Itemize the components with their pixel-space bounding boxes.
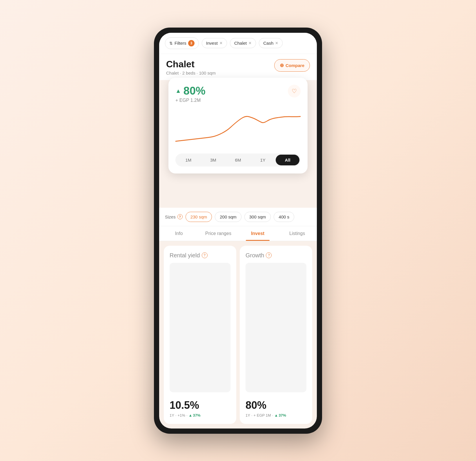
- property-title: Chalet: [166, 59, 216, 69]
- tab-6m[interactable]: 6M: [226, 155, 250, 165]
- chart-percent-value: 80%: [184, 85, 206, 97]
- chart-area: [175, 106, 301, 150]
- chip-chalet-close[interactable]: ✕: [248, 41, 252, 45]
- tab-1m[interactable]: 1M: [177, 155, 200, 165]
- size-chip-400[interactable]: 400 s: [274, 212, 294, 222]
- growth-value: 80%: [246, 399, 306, 411]
- growth-card: Growth ? 80% 1Y · + EGP 1M · ▲ 37%: [240, 246, 312, 424]
- chart-subtitle: + EGP 1.2M: [175, 98, 206, 103]
- chip-cash-close[interactable]: ✕: [275, 41, 278, 45]
- size-chip-300[interactable]: 300 sqm: [244, 212, 271, 222]
- rental-yield-up-icon: ▲: [189, 413, 192, 417]
- compare-plus-icon: ⊕: [280, 62, 284, 68]
- heart-icon: ♡: [292, 88, 297, 95]
- growth-up-icon: ▲: [274, 413, 278, 417]
- trend-up-icon: ▲: [175, 88, 181, 94]
- price-chart-svg: [175, 106, 301, 150]
- filters-label: Filters: [175, 41, 186, 46]
- tab-all[interactable]: All: [276, 155, 299, 165]
- property-header: Chalet Chalet · 2 beds · 100 sqm ⊕ Compa…: [159, 54, 317, 80]
- cards-row: Rental yield ? 10.5% 1Y · +1% · ▲ 37%: [159, 241, 317, 429]
- phone-frame: ⇅ Filters 3 Invest ✕ Chalet ✕ Cash ✕ Cha…: [154, 28, 322, 434]
- chart-stats: ▲ 80% + EGP 1.2M: [175, 85, 206, 103]
- chart-card: ▲ 80% + EGP 1.2M ♡ 1M 3M 6M: [168, 78, 308, 173]
- growth-info-icon[interactable]: ?: [266, 252, 272, 258]
- compare-label: Compare: [286, 63, 304, 68]
- growth-title: Growth ?: [246, 252, 306, 259]
- chip-cash-label: Cash: [263, 41, 273, 46]
- chart-percent: ▲ 80%: [175, 85, 206, 97]
- compare-button[interactable]: ⊕ Compare: [274, 59, 310, 72]
- filters-button[interactable]: ⇅ Filters 3: [165, 37, 199, 49]
- chart-header: ▲ 80% + EGP 1.2M ♡: [175, 85, 301, 103]
- phone-screen: ⇅ Filters 3 Invest ✕ Chalet ✕ Cash ✕ Cha…: [159, 33, 317, 429]
- chip-invest[interactable]: Invest ✕: [202, 38, 227, 48]
- filter-bar: ⇅ Filters 3 Invest ✕ Chalet ✕ Cash ✕: [159, 33, 317, 54]
- below-chart: Sizes ? 230 sqm 200 sqm 300 sqm 400 s In…: [159, 208, 317, 429]
- chip-chalet-label: Chalet: [234, 41, 247, 46]
- rental-yield-value: 10.5%: [170, 399, 230, 411]
- growth-meta: 1Y · + EGP 1M · ▲ 37%: [246, 413, 306, 417]
- chip-invest-label: Invest: [206, 41, 218, 46]
- tab-listings[interactable]: Listings: [277, 226, 317, 241]
- chip-cash[interactable]: Cash ✕: [259, 38, 283, 48]
- rental-yield-title: Rental yield ?: [170, 252, 230, 259]
- growth-chart-placeholder: [246, 263, 306, 392]
- growth-pct: ▲ 37%: [274, 413, 286, 417]
- nav-tabs: Info Price ranges Invest Listings: [159, 226, 317, 241]
- tab-1y[interactable]: 1Y: [251, 155, 275, 165]
- tab-info[interactable]: Info: [159, 226, 199, 241]
- sizes-label: Sizes ?: [165, 214, 183, 219]
- chip-invest-close[interactable]: ✕: [219, 41, 223, 45]
- rental-yield-pct: ▲ 37%: [189, 413, 201, 417]
- rental-yield-chart-placeholder: [170, 263, 230, 392]
- size-chip-200[interactable]: 200 sqm: [215, 212, 241, 222]
- sizes-info-icon[interactable]: ?: [177, 214, 183, 219]
- property-info: Chalet Chalet · 2 beds · 100 sqm: [166, 59, 216, 75]
- tab-price-ranges[interactable]: Price ranges: [199, 226, 238, 241]
- tab-3m[interactable]: 3M: [201, 155, 225, 165]
- filter-icon: ⇅: [169, 41, 173, 46]
- rental-yield-card: Rental yield ? 10.5% 1Y · +1% · ▲ 37%: [164, 246, 236, 424]
- sizes-row: Sizes ? 230 sqm 200 sqm 300 sqm 400 s: [159, 208, 317, 226]
- time-tabs: 1M 3M 6M 1Y All: [175, 153, 301, 167]
- chip-chalet[interactable]: Chalet ✕: [230, 38, 256, 48]
- size-chip-230[interactable]: 230 sqm: [186, 212, 212, 222]
- rental-yield-meta: 1Y · +1% · ▲ 37%: [170, 413, 230, 417]
- rental-yield-info-icon[interactable]: ?: [202, 252, 208, 258]
- filter-badge: 3: [188, 40, 195, 46]
- property-subtitle: Chalet · 2 beds · 100 sqm: [166, 70, 216, 75]
- favorite-button[interactable]: ♡: [288, 85, 301, 97]
- tab-invest[interactable]: Invest: [238, 226, 277, 241]
